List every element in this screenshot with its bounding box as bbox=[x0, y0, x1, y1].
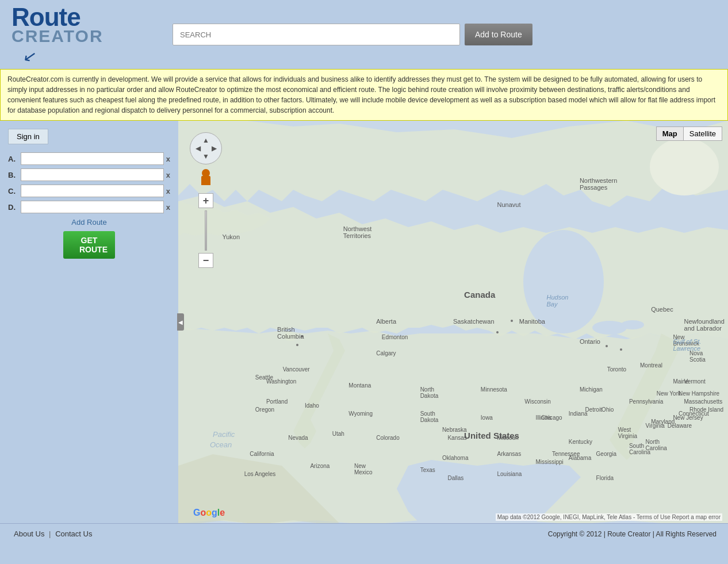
main-content: ◀ Sign in A. x B. x C. x D. x Add Route bbox=[0, 121, 728, 523]
svg-point-4 bbox=[621, 320, 644, 329]
google-logo: Google bbox=[193, 507, 225, 519]
route-clear-a[interactable]: x bbox=[166, 155, 170, 163]
search-input[interactable] bbox=[173, 24, 460, 45]
header: Route CREATOR ↙ Add to Route bbox=[0, 0, 728, 69]
route-label-d: D. bbox=[8, 203, 21, 212]
zoom-track[interactable] bbox=[205, 210, 207, 251]
footer: About Us | Contact Us Copyright © 2012 |… bbox=[0, 523, 728, 544]
nav-right-icon[interactable]: ▶ bbox=[212, 145, 217, 152]
map-view-toggle: Map Satellite bbox=[656, 126, 722, 141]
map-svg: Pacific Ocean bbox=[178, 121, 728, 523]
get-route-button[interactable]: GET ROUTE bbox=[63, 231, 115, 259]
map-view-button[interactable]: Map bbox=[656, 126, 683, 141]
route-row-d: D. x bbox=[8, 201, 170, 213]
logo-creator: CREATOR bbox=[12, 26, 104, 45]
svg-text:Ocean: Ocean bbox=[210, 440, 232, 449]
sign-in-button[interactable]: Sign in bbox=[8, 129, 48, 144]
route-label-a: A. bbox=[8, 155, 21, 163]
route-label-c: C. bbox=[8, 187, 21, 195]
map-attribution: Map data ©2012 Google, INEGI, MapLink, T… bbox=[496, 513, 722, 521]
route-row-a: A. x bbox=[8, 152, 170, 165]
svg-point-11 bbox=[296, 344, 298, 346]
route-input-a[interactable] bbox=[21, 152, 164, 165]
logo-arrow-icon: ↙ bbox=[22, 47, 38, 67]
route-row-b: B. x bbox=[8, 168, 170, 181]
logo-area: Route CREATOR ↙ bbox=[12, 3, 173, 66]
nav-left-icon[interactable]: ◀ bbox=[196, 145, 201, 152]
route-clear-d[interactable]: x bbox=[166, 203, 170, 212]
banner: RouteCreator.com is currently in develop… bbox=[0, 69, 728, 121]
nav-up-icon[interactable]: ▲ bbox=[202, 137, 209, 144]
add-route-link[interactable]: Add Route bbox=[8, 218, 170, 227]
satellite-view-button[interactable]: Satellite bbox=[683, 126, 722, 141]
svg-point-1 bbox=[650, 138, 719, 195]
svg-point-9 bbox=[496, 331, 499, 333]
nav-down-icon[interactable]: ▼ bbox=[202, 153, 209, 160]
search-area: Add to Route bbox=[173, 24, 716, 45]
svg-point-13 bbox=[620, 348, 622, 351]
route-input-d[interactable] bbox=[21, 201, 164, 213]
route-label-b: B. bbox=[8, 171, 21, 179]
route-clear-c[interactable]: x bbox=[166, 187, 170, 195]
contact-us-link[interactable]: Contact Us bbox=[55, 530, 92, 538]
sidebar: ◀ Sign in A. x B. x C. x D. x Add Route bbox=[0, 121, 178, 523]
map-controls: ▲ ◀ ▶ ▼ + − bbox=[190, 132, 222, 268]
footer-copyright: Copyright © 2012 | Route Creator | All R… bbox=[548, 530, 716, 538]
sidebar-toggle-button[interactable]: ◀ bbox=[177, 313, 184, 331]
svg-point-8 bbox=[511, 320, 513, 322]
route-input-c[interactable] bbox=[21, 185, 164, 197]
zoom-in-button[interactable]: + bbox=[198, 193, 213, 208]
footer-separator: | bbox=[49, 530, 51, 538]
add-to-route-button[interactable]: Add to Route bbox=[465, 24, 532, 45]
nav-circle[interactable]: ▲ ◀ ▶ ▼ bbox=[190, 132, 222, 164]
route-input-b[interactable] bbox=[21, 168, 164, 181]
map-area[interactable]: Pacific Ocean Northwestern Passages Nuna… bbox=[178, 121, 728, 523]
about-us-link[interactable]: About Us bbox=[14, 530, 44, 538]
footer-links: About Us | Contact Us bbox=[12, 530, 94, 538]
banner-text: RouteCreator.com is currently in develop… bbox=[7, 75, 715, 114]
zoom-out-button[interactable]: − bbox=[198, 253, 213, 268]
svg-point-10 bbox=[301, 335, 303, 337]
pegman-icon[interactable] bbox=[199, 169, 213, 187]
svg-point-2 bbox=[523, 230, 604, 333]
svg-point-7 bbox=[283, 332, 297, 341]
route-row-c: C. x bbox=[8, 185, 170, 197]
svg-point-12 bbox=[606, 345, 608, 347]
svg-point-3 bbox=[592, 321, 627, 335]
svg-text:Pacific: Pacific bbox=[213, 430, 235, 439]
route-clear-b[interactable]: x bbox=[166, 171, 170, 179]
